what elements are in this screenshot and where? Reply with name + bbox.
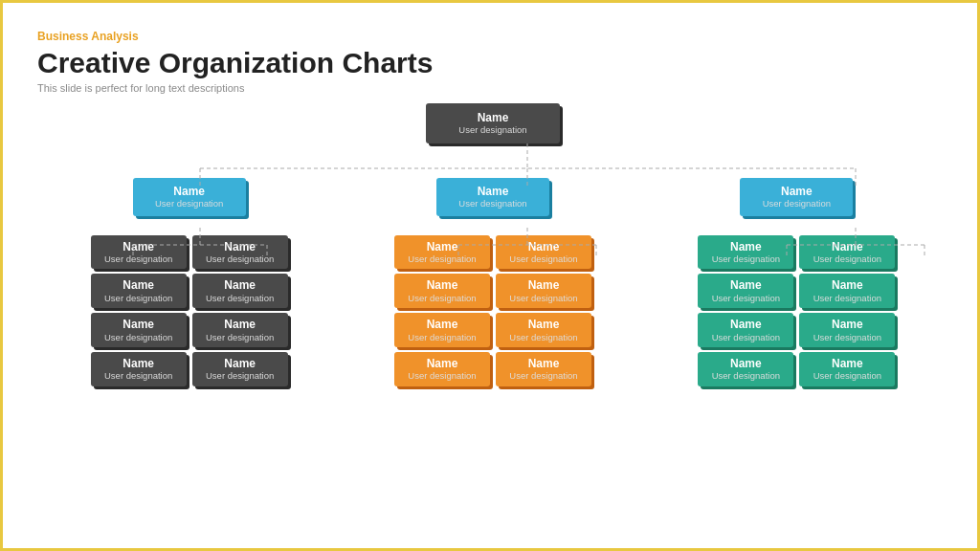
level2-node-0: Name User designation — [133, 178, 246, 216]
sub-cols-right: Name User designation Name User designat… — [698, 235, 895, 386]
list-item: Name User designation — [192, 274, 288, 308]
page-title: Creative Organization Charts — [37, 47, 948, 78]
sub-col-right-0: Name User designation Name User designat… — [698, 235, 793, 386]
list-item: Name User designation — [192, 313, 288, 347]
list-item: Name User designation — [91, 313, 187, 347]
level1-row: Name User designation — [37, 103, 948, 143]
sub-col-right-1: Name User designation Name User designat… — [799, 235, 895, 386]
root-name: Name — [478, 111, 509, 124]
list-item: Name User designation — [394, 313, 490, 347]
list-item: Name User designation — [91, 235, 187, 270]
slide: Business Analysis Creative Organization … — [3, 3, 980, 551]
list-item: Name User designation — [698, 274, 793, 308]
sub-col-mid-0: Name User designation Name User designat… — [394, 235, 490, 386]
sub-cols-middle: Name User designation Name User designat… — [394, 235, 591, 386]
list-item: Name User designation — [799, 352, 895, 386]
group-middle: Name User designation Name User designat… — [341, 178, 644, 386]
group-left: Name User designation Name User designat… — [37, 178, 341, 386]
list-item: Name User designation — [698, 235, 793, 270]
org-chart: Name User designation Name User designat… — [37, 103, 948, 386]
subtitle: Business Analysis — [37, 30, 948, 43]
list-item: Name User designation — [91, 352, 187, 386]
root-designation: User designation — [458, 124, 526, 135]
sub-col-left-0: Name User designation Name User designat… — [91, 235, 187, 386]
root-node: Name User designation — [426, 103, 560, 143]
list-item: Name User designation — [698, 313, 793, 347]
list-item: Name User designation — [496, 352, 591, 386]
list-item: Name User designation — [394, 235, 490, 270]
group-right: Name User designation Name User designat… — [645, 178, 948, 386]
list-item: Name User designation — [496, 313, 591, 347]
list-item: Name User designation — [394, 352, 490, 386]
list-item: Name User designation — [496, 235, 591, 270]
list-item: Name User designation — [799, 235, 895, 270]
list-item: Name User designation — [192, 235, 288, 270]
list-item: Name User designation — [192, 352, 288, 386]
list-item: Name User designation — [91, 274, 187, 308]
list-item: Name User designation — [698, 352, 793, 386]
level2-node-1: Name User designation — [436, 178, 549, 216]
list-item: Name User designation — [496, 274, 591, 308]
level2-node-2: Name User designation — [740, 178, 853, 216]
sub-col-left-1: Name User designation Name User designat… — [192, 235, 288, 386]
list-item: Name User designation — [799, 274, 895, 308]
sub-cols-left: Name User designation Name User designat… — [91, 235, 288, 386]
main-columns: Name User designation Name User designat… — [37, 178, 948, 386]
chart-grid: Name User designation Name User designat… — [37, 103, 948, 386]
description: This slide is perfect for long text desc… — [37, 82, 948, 94]
list-item: Name User designation — [799, 313, 895, 347]
sub-col-mid-1: Name User designation Name User designat… — [496, 235, 591, 386]
list-item: Name User designation — [394, 274, 490, 308]
